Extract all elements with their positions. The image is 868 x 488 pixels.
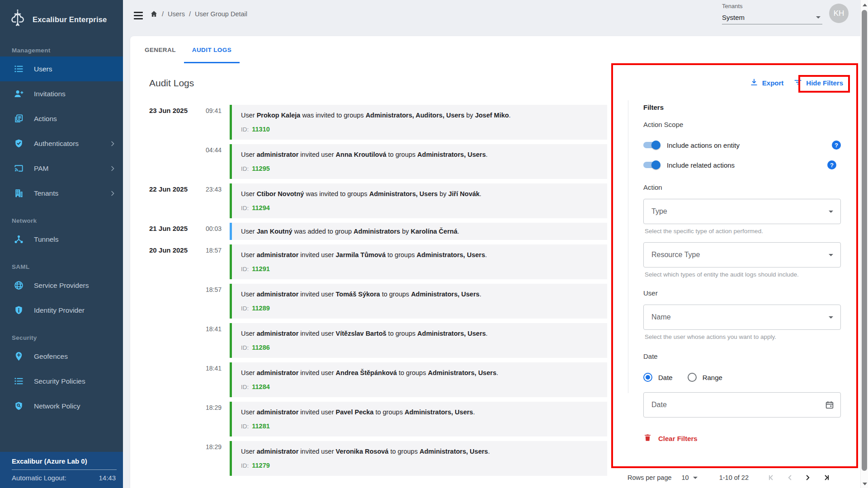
- entry-message-box: User administrator invited user Jarmila …: [230, 244, 607, 279]
- list-icon: [14, 376, 24, 386]
- next-page-button[interactable]: [802, 472, 814, 483]
- audit-log-entry: 23 Jun 202509:41User Prokop Kaleja was i…: [149, 105, 607, 140]
- sidebar-item-invitations[interactable]: Invitations: [0, 81, 123, 106]
- previous-page-button: [784, 472, 796, 483]
- entry-date: [149, 441, 192, 476]
- entry-message: User Ctibor Novotný was invited to group…: [241, 190, 598, 198]
- date-placeholder: Date: [651, 401, 667, 409]
- page-title: Audit Logs: [149, 78, 194, 89]
- entry-message-box: User administrator invited user Veronika…: [230, 441, 607, 476]
- sidebar-item-label: Users: [34, 65, 52, 73]
- entry-message-box: User administrator invited user Vítězsla…: [230, 323, 607, 358]
- entry-message: User administrator invited user Jarmila …: [241, 251, 598, 259]
- menu-toggle-icon[interactable]: [134, 12, 143, 19]
- sidebar-item-label: PAM: [34, 164, 48, 173]
- export-label: Export: [762, 79, 784, 87]
- user-name-placeholder: Name: [651, 313, 671, 321]
- last-page-button[interactable]: [820, 472, 832, 483]
- audit-actions: Export Hide Filters: [750, 78, 843, 88]
- tab-audit-logs[interactable]: AUDIT LOGS: [184, 36, 240, 63]
- vertical-scrollbar[interactable]: [860, 0, 868, 488]
- filters-divider: [628, 100, 628, 393]
- breadcrumb-separator: /: [162, 10, 164, 18]
- pagination: Rows per page 10 1-10 of 22: [627, 472, 832, 483]
- sidebar-item-users[interactable]: Users: [0, 56, 123, 81]
- chevron-right-icon: [108, 164, 117, 173]
- export-button[interactable]: Export: [750, 78, 784, 88]
- action-type-select[interactable]: Type: [643, 199, 841, 224]
- range-radio[interactable]: [688, 373, 697, 382]
- sidebar-item-security-policies[interactable]: Security Policies: [0, 369, 123, 394]
- action-section-label: Action: [643, 183, 841, 191]
- cast-icon: [14, 163, 24, 174]
- entry-time: 18:29: [192, 402, 222, 436]
- clear-filters-button[interactable]: Clear Filters: [643, 433, 841, 444]
- avatar[interactable]: KH: [829, 4, 849, 23]
- entry-message: User administrator invited user Veronika…: [241, 447, 598, 456]
- sidebar-item-authenticators[interactable]: Authenticators: [0, 131, 123, 156]
- clear-filters-label: Clear Filters: [658, 435, 698, 442]
- entry-id: ID:11310: [241, 125, 598, 134]
- entry-date: 20 Jun 2025: [149, 244, 192, 279]
- scrollbar-thumb[interactable]: [862, 10, 867, 471]
- tenant-select[interactable]: System: [722, 11, 822, 24]
- date-radio[interactable]: [643, 373, 652, 382]
- user-section-label: User: [643, 289, 841, 297]
- sidebar-item-service-providers[interactable]: Service Providers: [0, 273, 123, 298]
- resource-type-select[interactable]: Resource Type: [643, 242, 841, 267]
- include-related-actions-toggle[interactable]: [643, 162, 659, 168]
- entry-message-box: User administrator invited user Andrea Š…: [230, 362, 607, 397]
- help-icon[interactable]: ?: [832, 141, 841, 150]
- nav-section-label-management: Management: [12, 47, 123, 54]
- filter-list-icon: [793, 78, 802, 88]
- globe-icon: [14, 280, 24, 291]
- rows-per-page-select[interactable]: 10: [682, 474, 698, 481]
- hide-filters-button[interactable]: Hide Filters: [793, 78, 843, 88]
- toggle-label: Include related actions: [667, 161, 735, 169]
- sidebar-item-label: Service Providers: [34, 282, 89, 290]
- main-card: GENERAL AUDIT LOGS Audit Logs Export Hid…: [130, 36, 860, 488]
- tenant-selector: Tenants System: [722, 3, 822, 24]
- sidebar-item-actions[interactable]: Actions: [0, 106, 123, 131]
- entry-id: ID:11284: [241, 383, 598, 391]
- scroll-down-arrow-icon[interactable]: [863, 483, 867, 485]
- date-input[interactable]: Date: [643, 392, 841, 418]
- entry-message-box: User Jan Koutný was added to group Admin…: [230, 223, 607, 240]
- entry-message: User administrator invited user Andrea Š…: [241, 369, 598, 377]
- excalibur-cloud-sword-logo-icon: [7, 8, 28, 31]
- audit-log-entry: 18:41User administrator invited user And…: [149, 362, 607, 397]
- sidebar-item-tenants[interactable]: Tenants: [0, 181, 123, 206]
- shield-info-icon: [14, 305, 24, 315]
- sidebar-item-identity-provider[interactable]: Identity Provider: [0, 298, 123, 323]
- home-icon[interactable]: [150, 10, 158, 18]
- filters-title: Filters: [643, 103, 841, 111]
- entry-message: User Jan Koutný was added to group Admin…: [241, 227, 598, 236]
- sidebar-item-label: Network Policy: [34, 402, 80, 410]
- first-page-button: [766, 472, 778, 483]
- brand-name: Excalibur Enterprise: [33, 15, 107, 24]
- help-icon[interactable]: ?: [827, 160, 836, 169]
- include-actions-on-entity-toggle[interactable]: [643, 142, 659, 148]
- entry-id: ID:11286: [241, 343, 598, 352]
- sidebar-item-geofences[interactable]: Geofences: [0, 344, 123, 369]
- entry-date: [149, 362, 192, 397]
- sidebar-item-pam[interactable]: PAM: [0, 156, 123, 181]
- audit-log-entry: 18:29User administrator invited user Ver…: [149, 441, 607, 476]
- sidebar-item-tunnels[interactable]: Tunnels: [0, 227, 123, 252]
- entry-date: 22 Jun 2025: [149, 183, 192, 218]
- breadcrumb-users[interactable]: Users: [168, 10, 185, 18]
- calendar-icon[interactable]: [825, 400, 835, 410]
- tab-general[interactable]: GENERAL: [137, 36, 184, 63]
- entry-id: ID:11295: [241, 164, 598, 173]
- person-add-icon: [14, 89, 24, 99]
- user-name-select[interactable]: Name: [643, 305, 841, 330]
- entry-message: User Prokop Kaleja was invited to groups…: [241, 111, 598, 120]
- auto-logout-label: Automatic Logout:: [12, 474, 66, 482]
- action-type-helper: Select the specific type of action perfo…: [645, 228, 841, 235]
- sidebar-item-network-policy[interactable]: Network Policy: [0, 394, 123, 418]
- entry-date: 21 Jun 2025: [149, 223, 192, 240]
- toggle-label: Include actions on entity: [667, 141, 740, 149]
- scroll-up-arrow-icon[interactable]: [863, 4, 867, 6]
- shield-check-icon: [14, 138, 24, 149]
- entry-date: [149, 284, 192, 319]
